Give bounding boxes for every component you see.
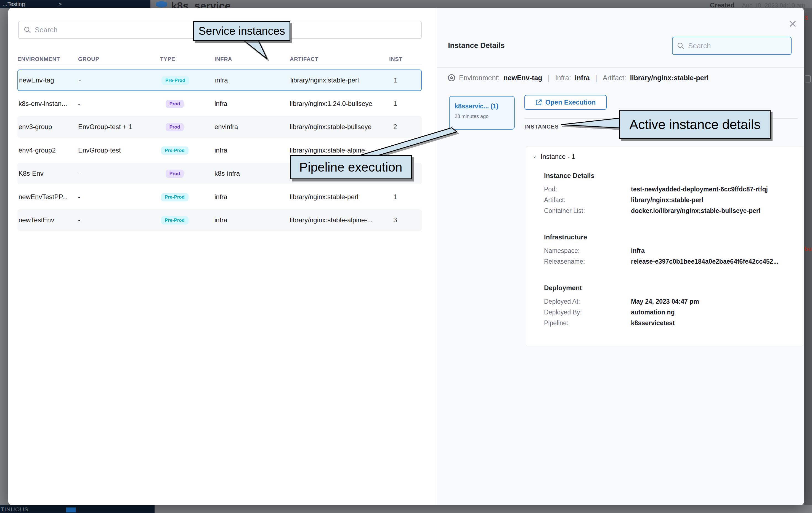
field-value: docker.io/library/nginx:stable-bullseye-… [631,207,760,215]
cell-group: - [78,170,80,177]
cell-infra: infra [214,193,227,201]
cell-artifact: library/nginx:stable-alpine- [290,147,367,154]
cell-type: Prod [157,122,193,131]
field-label: Deployed By: [544,309,631,316]
table-row[interactable]: newEnvTestPP...-Pre-Prodinfralibrary/ngi… [18,186,422,208]
cell-group: - [78,100,80,108]
external-link-icon [535,99,542,105]
cell-group: - [79,77,81,84]
cell-env: newTestEnv [19,216,54,224]
cell-type: Prod [157,99,193,108]
search-placeholder: Search [35,26,57,34]
field-label: Namespace: [544,247,631,254]
cell-env: k8s-env-instan... [19,100,67,108]
infra-value: infra [575,74,590,82]
instances-search-input[interactable]: Search [672,37,791,55]
cell-env: newEnv-tag [19,77,54,84]
bottom-nav-text: TINUOUS [1,506,29,513]
environment-label: Environment: [459,74,499,82]
environment-icon [448,74,455,81]
cell-artifact: library/nginx:stable-bullseye [290,123,372,131]
cell-type: Prod [157,169,193,178]
cell-type: Pre-Prod [157,146,193,155]
breadcrumb-arrow: > [59,1,62,7]
field-value: test-newlyadded-deployment-6cc9ffdc87-rt… [631,186,768,193]
close-icon[interactable]: × [784,16,801,32]
col-header-group: GROUP [78,56,99,62]
cell-infra: infra [215,77,228,84]
cell-group: EnvGroup-test + 1 [78,123,132,131]
detail-section: InfrastructureNamespace:infraReleasename… [544,233,803,267]
open-execution-button[interactable]: Open Execution [524,95,607,110]
search-icon [24,26,31,33]
col-header-infra: INFRA [214,56,232,62]
environment-summary: Environment: newEnv-tag | Infra: infra |… [448,73,708,83]
header-divider [18,65,422,65]
background-top-bar: ...Testing > k8s_service Created Aug 10,… [0,0,812,8]
cell-env: env3-group [19,123,52,131]
type-badge: Pre-Prod [161,193,188,201]
cell-infra: infra [214,100,227,108]
cell-type: Pre-Prod [157,76,193,85]
cell-group: - [78,216,80,224]
cell-infra: infra [214,147,227,154]
bottom-blue-chip [66,508,76,512]
artifact-value: library/nginx:stable-perl [630,74,709,82]
cell-group: - [78,193,80,201]
instances-section-label: INSTANCES [524,124,559,130]
cell-env: env4-group2 [19,147,56,154]
type-badge: Pre-Prod [161,147,188,155]
created-label: Created [710,1,734,8]
table-row[interactable]: env3-groupEnvGroup-test + 1Prodenvinfral… [18,116,422,138]
instance-accordion[interactable]: ∨ Instance - 1 [533,152,803,161]
detail-section: Instance DetailsPod:test-newlyadded-depl… [544,172,803,216]
table-row[interactable]: newTestEnv-Pre-Prodinfralibrary/nginx:st… [18,209,422,231]
detail-field: Container List:docker.io/library/nginx:s… [544,206,803,216]
detail-field: Pipeline:k8sservicetest [544,318,803,329]
instance-accordion-label: Instance - 1 [541,153,575,160]
table-row[interactable]: k8s-env-instan...-Prodinfralibrary/nginx… [18,93,422,115]
service-instances-modal: Search ENVIRONMENT GROUP TYPE INFRA ARTI… [8,8,804,505]
execution-name: k8sservic... (1) [455,102,498,110]
instance-details-card: ∨ Instance - 1 Instance DetailsPod:test-… [526,146,803,346]
cell-infra: infra [214,216,227,224]
col-header-artifact: ARTIFACT [290,56,319,62]
breadcrumb: ...Testing [3,1,25,7]
edge-icon-fragment [805,75,811,83]
cell-inst: 3 [393,216,397,224]
cell-artifact: library/nginx:stable-perl [290,193,358,201]
separator: | [594,73,599,82]
background-bottom-bar: TINUOUS [0,505,812,513]
environment-value: newEnv-tag [503,74,542,82]
cell-artifact: library/nginx:stable-perl [290,77,359,84]
detail-field: Artifact:library/nginx:stable-perl [544,195,803,206]
field-label: Container List: [544,207,631,215]
chevron-down-icon: ∨ [533,154,536,159]
field-value: infra [631,247,645,254]
field-label: Releasename: [544,258,631,265]
search-icon [677,42,684,49]
cell-inst: 1 [393,100,397,108]
cell-artifact: library/nginx:stable-alpine-... [290,216,373,224]
service-cube-icon [156,1,167,8]
field-value: k8sservicetest [631,320,675,327]
screen: ...Testing > k8s_service Created Aug 10,… [0,0,812,513]
cell-artifact: library/nginx:1.24.0-bullseye [290,100,372,108]
field-value: release-e397c0b1bee184a0e2bae64f6fe42cc4… [631,258,779,265]
search-placeholder: Search [688,42,711,50]
infra-label: Infra: [555,74,571,82]
cell-env: K8s-Env [19,170,44,177]
separator: | [546,73,551,82]
section-title: Instance Details [544,172,803,180]
pipeline-execution-card[interactable]: k8sservic... (1) 28 minutes ago [449,96,515,130]
field-label: Pod: [544,186,631,193]
section-title: Deployment [544,284,803,292]
created-timestamp: Aug 10, 2023 04:10 am [742,2,805,8]
field-label: Artifact: [544,197,631,204]
edge-text-fragment: 3 [805,14,808,22]
table-row[interactable]: newEnv-tag-Pre-Prodinfralibrary/nginx:st… [18,69,422,91]
callout-service-instances: Service instances [193,21,290,41]
background-right-edge: 3 bu [804,8,812,505]
cell-inst: 1 [394,77,398,84]
open-execution-label: Open Execution [545,98,596,106]
